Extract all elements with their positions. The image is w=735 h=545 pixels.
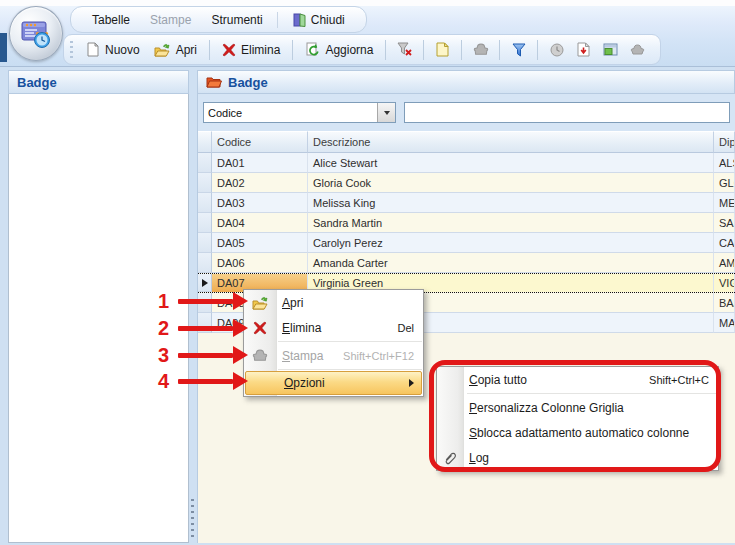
table-row[interactable]: DA05Carolyn PerezCAR xyxy=(198,233,735,253)
table-row[interactable]: DA03Melissa KingME xyxy=(198,193,735,213)
nuovo-button[interactable]: Nuovo xyxy=(80,40,146,59)
menu-item-label: Stampa xyxy=(276,349,323,363)
menu-separator xyxy=(278,369,422,370)
toolbar-separator xyxy=(537,40,538,60)
combobox-value: Codice xyxy=(204,107,377,119)
annotation-arrow-line xyxy=(178,299,233,304)
table-row[interactable]: DA06Amanda CarterAM xyxy=(198,253,735,273)
tab-label: Stampe xyxy=(150,13,191,27)
clear-filter-button[interactable] xyxy=(392,39,417,61)
tab-strip: TabelleStampeStrumentiChiudi xyxy=(70,6,367,33)
toolbar-separator xyxy=(423,40,424,60)
grid-row-indicator-header xyxy=(198,131,212,153)
window-edge-accent xyxy=(0,33,7,62)
annotation-arrow-1: 1 xyxy=(158,289,253,313)
table-row[interactable]: DA02Gloria CookGLO xyxy=(198,173,735,193)
tab-label: Strumenti xyxy=(211,13,262,27)
cell-descrizione: Melissa King xyxy=(308,193,714,213)
combobox-dropdown-button[interactable] xyxy=(377,103,395,122)
delete-x-icon xyxy=(222,43,236,57)
toolbar-separator xyxy=(499,40,500,60)
grid-header-row: CodiceDescrizioneDip xyxy=(198,131,735,153)
exit-door-icon xyxy=(292,13,306,27)
tab-stampe: Stampe xyxy=(141,11,200,29)
main-header: Badge xyxy=(197,70,735,94)
blank-document-icon xyxy=(436,42,449,57)
row-indicator-cell xyxy=(198,253,212,273)
main-title: Badge xyxy=(228,75,268,90)
toolbar-separator xyxy=(209,40,210,60)
toolbar-button-label: Apri xyxy=(176,43,197,57)
print-icon xyxy=(473,43,489,57)
cell-codice: DA01 xyxy=(212,153,308,173)
menu-item-apri[interactable]: Apri xyxy=(244,290,423,315)
cell-dip: ME xyxy=(714,193,735,213)
cell-dip: MA xyxy=(714,313,735,333)
annotation-number: 2 xyxy=(158,316,169,340)
tab-strumenti[interactable]: Strumenti xyxy=(202,11,271,29)
blank-document-button[interactable] xyxy=(430,39,455,61)
aggiorna-button[interactable]: Aggiorna xyxy=(299,40,379,59)
menu-separator xyxy=(278,341,422,342)
grid-column-header-dip[interactable]: Dip xyxy=(714,131,735,153)
row-indicator-cell xyxy=(198,193,212,213)
filter-bar: Codice xyxy=(197,94,735,131)
app-button[interactable] xyxy=(9,6,63,61)
clear-filter-icon xyxy=(397,42,413,57)
window-chrome: TabelleStampeStrumentiChiudi NuovoApriEl… xyxy=(0,0,735,66)
elimina-button[interactable]: Elimina xyxy=(216,41,286,59)
toolbar-separator xyxy=(461,40,462,60)
row-indicator-arrow-icon xyxy=(202,279,208,287)
tab-chiudi[interactable]: Chiudi xyxy=(283,11,354,29)
filter-button[interactable] xyxy=(506,39,531,61)
toolbar-grip-icon[interactable] xyxy=(70,41,73,59)
submenu-arrow-icon xyxy=(409,379,414,387)
annotation-arrow-2: 2 xyxy=(158,316,253,340)
cell-dip: SAN xyxy=(714,213,735,233)
tab-tabelle[interactable]: Tabelle xyxy=(83,11,139,29)
preview-window-icon xyxy=(603,43,618,56)
filter-field-combobox[interactable]: Codice xyxy=(203,102,396,123)
menu-item-opzioni[interactable]: Opzioni xyxy=(245,371,422,395)
toolbar-button-label: Elimina xyxy=(241,43,280,57)
annotation-arrow-head-icon xyxy=(233,372,248,390)
annotation-arrow-3: 3 xyxy=(158,343,253,367)
search-input[interactable] xyxy=(404,102,730,123)
caret-down-icon xyxy=(384,111,390,115)
table-row[interactable]: DA01Alice StewartALS xyxy=(198,153,735,173)
preview-window-button[interactable] xyxy=(598,39,623,61)
grid-column-header-descrizione[interactable]: Descrizione xyxy=(308,131,714,153)
menu-item-label: Elimina xyxy=(276,321,321,335)
annotation-arrow-line xyxy=(178,326,233,331)
tab-label: Chiudi xyxy=(311,13,345,27)
cell-codice: DA02 xyxy=(212,173,308,193)
tab-divider xyxy=(277,12,278,28)
cell-dip: BAJ xyxy=(714,293,735,313)
apri-button[interactable]: Apri xyxy=(148,40,203,60)
toolbar-separator xyxy=(292,40,293,60)
toolbar-separator xyxy=(385,40,386,60)
row-indicator-cell xyxy=(198,173,212,193)
menu-item-elimina[interactable]: EliminaDel xyxy=(244,315,423,340)
clock-icon xyxy=(550,43,564,57)
export-document-button[interactable] xyxy=(571,39,596,61)
cell-descrizione: Alice Stewart xyxy=(308,153,714,173)
cell-codice: DA05 xyxy=(212,233,308,253)
cell-codice: DA06 xyxy=(212,253,308,273)
annotation-number: 1 xyxy=(158,289,169,313)
grid-column-header-codice[interactable]: Codice xyxy=(212,131,308,153)
row-indicator-cell xyxy=(198,233,212,253)
menu-item-stampa: StampaShift+Ctrl+F12 xyxy=(244,343,423,368)
annotation-arrow-head-icon xyxy=(233,319,248,337)
row-indicator-cell xyxy=(198,213,212,233)
menu-item-shortcut: Shift+Ctrl+F12 xyxy=(343,350,423,362)
toolbar-button-label: Aggiorna xyxy=(325,43,373,57)
tab-label: Tabelle xyxy=(92,13,130,27)
annotation-number: 3 xyxy=(158,343,169,367)
table-row[interactable]: DA04Sandra MartinSAN xyxy=(198,213,735,233)
application-icon xyxy=(19,17,53,51)
splitter-grip-icon[interactable] xyxy=(191,499,194,541)
annotation-box xyxy=(429,360,721,472)
refresh-icon xyxy=(305,42,320,57)
new-document-icon xyxy=(86,42,100,57)
